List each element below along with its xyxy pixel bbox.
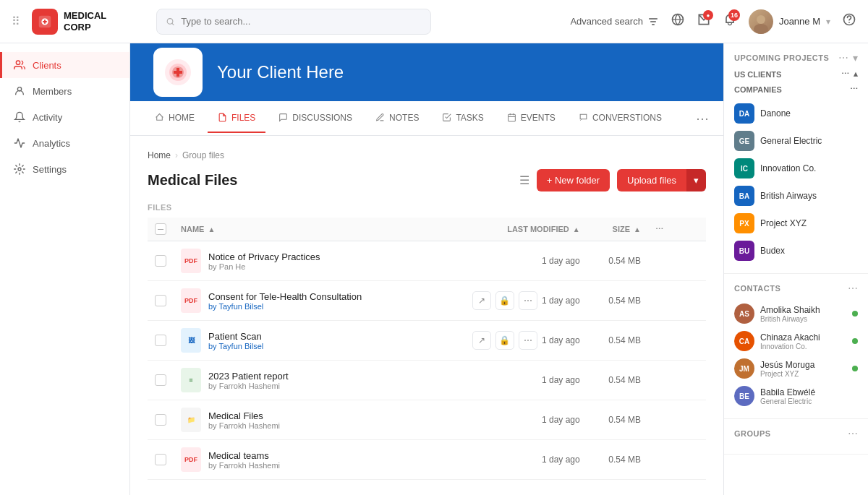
contacts-header: CONTACTS ⋯	[734, 283, 858, 294]
sort-size-icon: ▲	[634, 225, 641, 233]
sidebar-item-activity[interactable]: Activity	[0, 104, 129, 130]
th-more[interactable]: ⋯	[648, 218, 706, 241]
tab-discussions[interactable]: DISCUSSIONS	[268, 104, 362, 133]
sidebar-item-members[interactable]: Members	[0, 78, 129, 104]
contacts-more-icon[interactable]: ⋯	[848, 283, 858, 294]
notification-icon[interactable]: 16	[723, 12, 737, 30]
sort-name-icon: ▲	[208, 225, 215, 233]
contact-avatar: CA	[734, 331, 754, 351]
share-button[interactable]: ↗	[472, 291, 491, 310]
upcoming-projects-more-icon[interactable]: ⋯	[838, 52, 848, 64]
tab-notes[interactable]: NOTES	[365, 104, 429, 133]
file-name[interactable]: Consent for Tele-Health Consultation	[208, 291, 362, 302]
upload-dropdown-button[interactable]: ▾	[686, 169, 706, 191]
file-name[interactable]: Patient Scan	[208, 331, 263, 342]
row-modified: 1 day ago	[428, 400, 587, 440]
contact-item[interactable]: AS Amolika Shaikh British Airways	[734, 300, 858, 327]
upcoming-projects-header: UPCOMING PROJECTS ⋯ ▾	[734, 52, 858, 64]
upcoming-projects-actions[interactable]: ⋯ ▾	[838, 52, 858, 64]
upcoming-projects-title: UPCOMING PROJECTS	[734, 53, 829, 62]
discussions-tab-icon	[278, 113, 288, 122]
file-author[interactable]: by Tayfun Bilsel	[208, 302, 362, 311]
us-clients-actions[interactable]: ⋯ ▴	[841, 69, 858, 79]
members-icon	[14, 85, 25, 97]
more-actions-button[interactable]: ⋯	[519, 331, 537, 350]
upload-files-button[interactable]: Upload files	[617, 169, 686, 191]
row-modified: ↗ 🔒 ⋯ 1 day ago	[428, 321, 587, 361]
user-area[interactable]: Joanne M ▾	[749, 9, 830, 34]
th-last-modified[interactable]: LAST MODIFIED ▲	[428, 218, 587, 241]
search-bar[interactable]	[156, 9, 431, 35]
help-icon[interactable]	[842, 12, 856, 30]
row-checkbox[interactable]	[148, 440, 174, 480]
company-name: Project XYZ	[760, 218, 807, 228]
contact-info: Babila Ebwélé General Electric	[760, 387, 858, 405]
drag-handle[interactable]: ⠿	[12, 14, 20, 28]
clients-icon	[14, 59, 25, 71]
file-name[interactable]: Notice of Privacy Practices	[208, 251, 320, 262]
table-header-row: NAME ▲ LAST MODIFIED ▲ SIZE ▲ ⋯	[148, 218, 706, 241]
svg-point-6	[848, 22, 850, 23]
new-folder-button[interactable]: + New folder	[537, 169, 610, 191]
tabs-bar: HOME FILES DISCUSSIONS NOTES TASKS EVENT…	[130, 101, 723, 136]
contact-item[interactable]: CA Chinaza Akachi Innovation Co.	[734, 327, 858, 355]
row-checkbox[interactable]	[148, 400, 174, 440]
sidebar-item-settings[interactable]: Settings	[0, 156, 129, 182]
lock-button[interactable]: 🔒	[495, 331, 514, 350]
file-name[interactable]: 2023 Patient report	[208, 371, 289, 382]
row-actions-cell	[648, 440, 706, 480]
th-size[interactable]: SIZE ▲	[587, 218, 648, 241]
tab-home[interactable]: HOME	[145, 104, 205, 133]
row-checkbox[interactable]	[148, 361, 174, 400]
upcoming-projects-collapse-icon[interactable]: ▾	[853, 52, 858, 64]
files-tab-icon	[218, 113, 227, 122]
company-avatar: PX	[734, 213, 754, 233]
sidebar-item-clients[interactable]: Clients	[0, 52, 129, 78]
breadcrumb-home[interactable]: Home	[148, 150, 171, 160]
table-row: PDF Notice of Privacy Practices by Pan H…	[148, 241, 706, 281]
file-name[interactable]: Medical teams	[208, 450, 280, 461]
groups-more-icon[interactable]: ⋯	[848, 428, 858, 439]
search-input[interactable]	[181, 16, 422, 27]
tab-files[interactable]: FILES	[208, 104, 265, 133]
company-item[interactable]: GE General Electric	[734, 127, 858, 155]
row-checkbox[interactable]	[148, 241, 174, 281]
contact-name: Amolika Shaikh	[760, 305, 846, 315]
mail-icon[interactable]: ●	[697, 12, 711, 30]
company-item[interactable]: BU Budex	[734, 237, 858, 264]
logo: MEDICAL CORP	[32, 9, 148, 35]
contact-item[interactable]: BE Babila Ebwélé General Electric	[734, 382, 858, 410]
row-size: 0.54 MB	[587, 440, 648, 480]
company-item[interactable]: IC Innovation Co.	[734, 155, 858, 182]
company-item[interactable]: BA British Airways	[734, 182, 858, 210]
row-name-cell: 📁 Medical Files by Farrokh Hashemi	[174, 400, 428, 440]
file-author[interactable]: by Tayfun Bilsel	[208, 342, 263, 350]
share-button[interactable]: ↗	[472, 331, 491, 350]
topbar-right: Advanced search ● 16 Joanne M ▾	[570, 9, 856, 34]
row-checkbox[interactable]	[148, 281, 174, 321]
us-clients-more-icon[interactable]: ⋯	[841, 69, 849, 79]
companies-more-icon[interactable]: ⋯	[850, 85, 858, 94]
file-name[interactable]: Medical Files	[208, 410, 280, 421]
sidebar-label-clients: Clients	[33, 60, 61, 71]
list-view-icon[interactable]: ☰	[519, 173, 529, 187]
row-actions-cell	[648, 400, 706, 440]
company-item[interactable]: DA Danone	[734, 100, 858, 127]
svg-point-9	[18, 168, 21, 171]
th-name[interactable]: NAME ▲	[174, 218, 428, 241]
lock-button[interactable]: 🔒	[495, 291, 514, 310]
company-item[interactable]: PX Project XYZ	[734, 210, 858, 237]
us-clients-collapse-icon[interactable]: ▴	[854, 69, 858, 79]
tab-conversations[interactable]: CONVERSTIONS	[569, 104, 672, 133]
advanced-search[interactable]: Advanced search	[570, 16, 658, 27]
tab-tasks[interactable]: TASKS	[432, 104, 493, 133]
contact-item[interactable]: JM Jesús Moruga Project XYZ	[734, 355, 858, 382]
more-actions-button[interactable]: ⋯	[519, 291, 537, 310]
contacts-title: CONTACTS	[734, 284, 780, 293]
sidebar-item-analytics[interactable]: Analytics	[0, 130, 129, 156]
row-checkbox[interactable]	[148, 321, 174, 361]
svg-point-3	[757, 15, 765, 24]
globe-icon[interactable]	[671, 12, 685, 30]
tab-events[interactable]: EVENTS	[497, 104, 566, 133]
tabs-more-icon[interactable]: ⋯	[696, 111, 709, 126]
